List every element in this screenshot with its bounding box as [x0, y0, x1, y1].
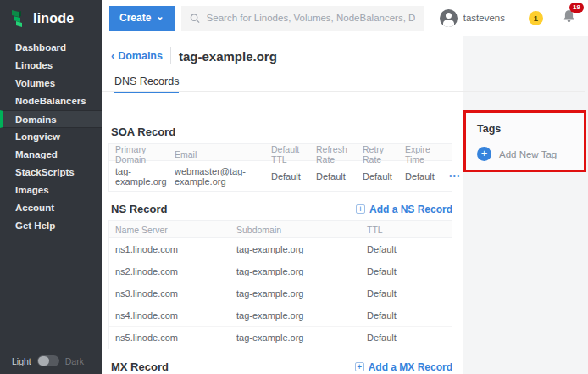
sidebar-item-managed[interactable]: Managed — [0, 146, 102, 164]
soa-default-ttl: Default — [271, 171, 316, 181]
tags-panel-annotation-box: Tags + Add New Tag — [463, 110, 586, 172]
soa-refresh-rate: Default — [316, 171, 363, 181]
plus-circle-icon: + — [477, 147, 491, 161]
add-ns-record-button[interactable]: + Add a NS Record — [356, 204, 452, 215]
plus-square-icon: + — [355, 362, 364, 371]
sidebar-item-longview[interactable]: Longview — [0, 128, 102, 146]
brand-name: linode — [33, 11, 74, 26]
sidebar-item-images[interactable]: Images — [0, 181, 102, 199]
theme-dark-label: Dark — [65, 356, 84, 366]
search-input[interactable] — [207, 13, 415, 23]
page-title: tag-example.org — [179, 49, 277, 64]
breadcrumb: ‹ Domains tag-example.org — [102, 36, 463, 64]
soa-section-title: SOA Record — [111, 126, 175, 138]
theme-light-label: Light — [12, 356, 31, 366]
add-mx-record-label: Add a MX Record — [369, 361, 452, 373]
create-button[interactable]: Create ⌄ — [109, 6, 175, 31]
sidebar-item-nodebalancers[interactable]: NodeBalancers — [0, 92, 102, 110]
sidebar-item-stackscripts[interactable]: StackScripts — [0, 164, 102, 181]
add-new-tag-label: Add New Tag — [499, 149, 557, 159]
avatar[interactable] — [440, 9, 458, 27]
ns-table-row: ns1.linode.com tag-example.org Default — [109, 238, 452, 260]
ns-header-ttl: TTL — [367, 225, 452, 235]
main-content: ‹ Domains tag-example.org SOA Record Pri… — [102, 36, 588, 374]
soa-table: Primary Domain Email Default TTL Refresh… — [108, 143, 452, 192]
ns-table-row: ns4.linode.com tag-example.org Default — [109, 304, 452, 327]
tags-panel-title: Tags — [477, 123, 584, 135]
soa-table-row: tag-example.org webmaster@tag-example.or… — [109, 161, 452, 191]
soa-header-retry-rate: Retry Rate — [363, 144, 405, 165]
breadcrumb-back-link[interactable]: ‹ Domains — [111, 50, 163, 62]
theme-switch[interactable] — [37, 355, 59, 366]
soa-table-header: Primary Domain Email Default TTL Refresh… — [109, 144, 452, 161]
sidebar: linode Dashboard Linodes Volumes NodeBal… — [0, 0, 102, 374]
linode-logo[interactable]: linode — [0, 0, 102, 36]
search-icon — [190, 13, 200, 24]
ns-section-title: NS Record — [111, 203, 167, 215]
sidebar-item-linodes[interactable]: Linodes — [0, 57, 102, 75]
avatar-person-icon — [446, 13, 452, 19]
ns-record-section: NS Record + Add a NS Record Name Server … — [102, 203, 463, 349]
soa-header-expire-time: Expire Time — [405, 144, 449, 165]
ns-header-subdomain: Subdomain — [236, 225, 367, 235]
chevron-down-icon: ⌄ — [156, 12, 164, 21]
username[interactable]: tastevens — [463, 13, 505, 23]
sidebar-item-domains[interactable]: Domains — [0, 110, 102, 128]
soa-retry-rate: Default — [363, 171, 405, 181]
sidebar-item-dashboard[interactable]: Dashboard — [0, 39, 102, 57]
ns-table-row: ns3.linode.com tag-example.org Default — [109, 282, 452, 304]
mx-section-title: MX Record — [111, 360, 169, 373]
breadcrumb-back-label: Domains — [118, 50, 163, 62]
account-badge[interactable]: 1 — [529, 11, 543, 25]
soa-primary-domain: tag-example.org — [115, 166, 175, 187]
tab-dns-records[interactable]: DNS Records — [114, 75, 179, 93]
sidebar-item-get-help[interactable]: Get Help — [0, 217, 102, 235]
add-new-tag-button[interactable]: + Add New Tag — [477, 147, 584, 161]
soa-expire-time: Default — [405, 171, 449, 181]
soa-header-default-ttl: Default TTL — [271, 144, 316, 165]
soa-email: webmaster@tag-example.org — [175, 166, 271, 187]
theme-switch-knob — [38, 356, 49, 366]
ns-table-row: ns5.linode.com tag-example.org Default — [109, 327, 452, 349]
soa-actions-menu-icon[interactable]: ••• — [449, 171, 471, 181]
soa-header-primary-domain: Primary Domain — [115, 144, 175, 165]
ns-table: Name Server Subdomain TTL ns1.linode.com… — [108, 220, 452, 349]
add-ns-record-label: Add a NS Record — [369, 204, 452, 215]
create-button-label: Create — [119, 12, 151, 24]
topbar: Create ⌄ tastevens 1 19 — [102, 0, 588, 36]
linode-logo-icon — [10, 9, 27, 28]
soa-record-section: SOA Record Primary Domain Email Default … — [102, 126, 463, 192]
theme-toggle: Light Dark — [12, 355, 84, 366]
ns-table-row: ns2.linode.com tag-example.org Default — [109, 260, 452, 282]
user-area: tastevens 1 19 — [440, 8, 576, 27]
sidebar-item-volumes[interactable]: Volumes — [0, 75, 102, 92]
search-bar[interactable] — [181, 6, 424, 31]
back-chevron-icon: ‹ — [111, 50, 114, 62]
ns-table-header: Name Server Subdomain TTL — [109, 221, 452, 238]
mx-record-section: MX Record + Add a MX Record Mail Server … — [102, 360, 463, 374]
plus-square-icon: + — [356, 204, 365, 214]
sidebar-nav: Dashboard Linodes Volumes NodeBalancers … — [0, 39, 102, 235]
add-mx-record-button[interactable]: + Add a MX Record — [355, 361, 452, 373]
notifications-button[interactable]: 19 — [562, 8, 576, 27]
notification-count-badge: 19 — [569, 3, 584, 13]
breadcrumb-divider — [170, 47, 171, 64]
sidebar-item-account[interactable]: Account — [0, 199, 102, 217]
soa-header-email: Email — [175, 149, 271, 159]
soa-header-refresh-rate: Refresh Rate — [316, 144, 363, 165]
ns-header-name-server: Name Server — [115, 225, 236, 235]
